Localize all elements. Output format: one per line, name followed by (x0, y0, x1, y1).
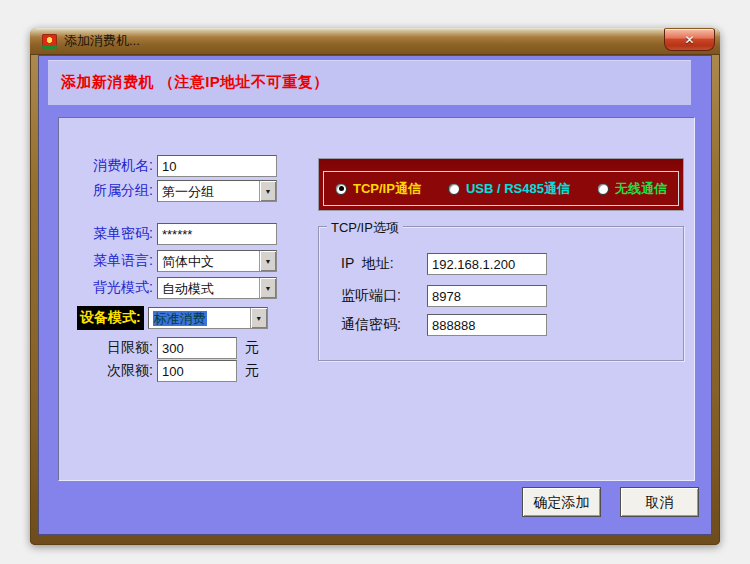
dialog-heading: 添加新消费机 （注意IP地址不可重复） (48, 60, 691, 92)
form-panel: 消费机名: 所属分组: 第一分组 ▼ 菜单密码: 菜单语言: 简体中文 ▼ (58, 117, 695, 481)
radio-usb-rs485-label: USB / RS485通信 (466, 180, 570, 198)
comm-type-panel: TCP/IP通信 USB / RS485通信 无线通信 (318, 158, 684, 211)
radio-usb-rs485[interactable]: USB / RS485通信 (448, 180, 570, 198)
menu-password-input[interactable] (157, 223, 277, 245)
group-label: 所属分组: (77, 182, 153, 200)
chevron-down-icon[interactable]: ▼ (259, 278, 276, 298)
group-select[interactable]: 第一分组 ▼ (157, 180, 277, 202)
field-row-machine-name: 消费机名: (77, 155, 277, 177)
dialog-window: 添加消费机... ✕ 添加新消费机 （注意IP地址不可重复） 消费机名: 所属分… (30, 28, 720, 545)
field-row-listen-port: 监听端口: (341, 285, 547, 307)
field-row-menu-language: 菜单语言: 简体中文 ▼ (77, 250, 277, 272)
daily-limit-label: 日限额: (77, 339, 153, 357)
daily-limit-input[interactable] (157, 337, 237, 359)
per-use-limit-label: 次限额: (77, 362, 153, 380)
backlight-mode-value: 自动模式 (158, 278, 259, 298)
backlight-mode-select[interactable]: 自动模式 ▼ (157, 277, 277, 299)
field-row-daily-limit: 日限额: 元 (77, 337, 259, 359)
radio-unselected-icon[interactable] (597, 183, 609, 195)
chevron-down-icon[interactable]: ▼ (259, 251, 276, 271)
comm-password-input[interactable] (427, 314, 547, 336)
chevron-down-icon[interactable]: ▼ (250, 308, 267, 328)
group-select-value: 第一分组 (158, 181, 259, 201)
backlight-mode-label: 背光模式: (77, 279, 153, 297)
confirm-add-button[interactable]: 确定添加 (522, 487, 601, 517)
radio-tcpip-label: TCP/IP通信 (353, 180, 421, 198)
app-icon (42, 34, 57, 49)
device-mode-select[interactable]: 标准消费 ▼ (148, 307, 268, 329)
machine-name-input[interactable] (157, 155, 277, 177)
chevron-down-icon[interactable]: ▼ (259, 181, 276, 201)
menu-language-select[interactable]: 简体中文 ▼ (157, 250, 277, 272)
per-use-limit-unit: 元 (245, 362, 259, 380)
tcpip-group-legend: TCP/IP选项 (327, 219, 403, 237)
machine-name-label: 消费机名: (77, 157, 153, 175)
comm-password-label: 通信密码: (341, 316, 427, 334)
header-band: 添加新消费机 （注意IP地址不可重复） (48, 60, 691, 105)
menu-language-label: 菜单语言: (77, 252, 153, 270)
device-mode-label: 设备模式: (77, 306, 144, 330)
tcpip-options-group: TCP/IP选项 IP 地址: 监听端口: 通信密码: (318, 226, 684, 361)
ip-address-label: IP 地址: (341, 255, 427, 273)
radio-unselected-icon[interactable] (448, 183, 460, 195)
listen-port-input[interactable] (427, 285, 547, 307)
radio-tcpip[interactable]: TCP/IP通信 (335, 180, 421, 198)
radio-selected-icon[interactable] (335, 183, 347, 195)
field-row-comm-password: 通信密码: (341, 314, 547, 336)
field-row-backlight-mode: 背光模式: 自动模式 ▼ (77, 277, 277, 299)
dialog-client-area: 添加新消费机 （注意IP地址不可重复） 消费机名: 所属分组: 第一分组 ▼ 菜… (38, 55, 712, 535)
field-row-menu-password: 菜单密码: (77, 223, 277, 245)
radio-wireless-label: 无线通信 (615, 180, 667, 198)
field-row-group: 所属分组: 第一分组 ▼ (77, 180, 277, 202)
cancel-button[interactable]: 取消 (620, 487, 699, 517)
title-bar[interactable]: 添加消费机... ✕ (30, 28, 720, 55)
radio-wireless[interactable]: 无线通信 (597, 180, 667, 198)
close-button[interactable]: ✕ (664, 28, 715, 51)
daily-limit-unit: 元 (245, 339, 259, 357)
menu-password-label: 菜单密码: (77, 225, 153, 243)
comm-type-options: TCP/IP通信 USB / RS485通信 无线通信 (323, 171, 679, 206)
listen-port-label: 监听端口: (341, 287, 427, 305)
field-row-per-use-limit: 次限额: 元 (77, 360, 259, 382)
field-row-device-mode: 设备模式: 标准消费 ▼ (77, 307, 268, 329)
menu-language-value: 简体中文 (158, 251, 259, 271)
ip-address-input[interactable] (427, 253, 547, 275)
close-icon: ✕ (684, 33, 694, 47)
field-row-ip-address: IP 地址: (341, 253, 547, 275)
per-use-limit-input[interactable] (157, 360, 237, 382)
window-title: 添加消费机... (64, 32, 140, 50)
device-mode-value: 标准消费 (153, 311, 207, 326)
